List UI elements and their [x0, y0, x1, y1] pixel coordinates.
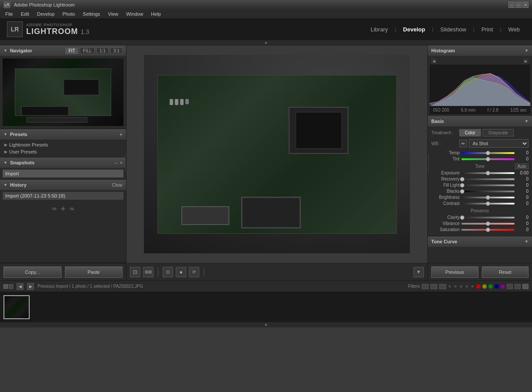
view-survey[interactable]: ● — [176, 267, 186, 277]
zoom-1-1[interactable]: 1:1 — [96, 48, 109, 54]
presets-header[interactable]: ▼ Presets + — [0, 129, 126, 140]
histogram-canvas — [430, 65, 530, 106]
minimize-button[interactable]: ─ — [508, 2, 515, 8]
user-presets-item[interactable]: ▶ User Presets — [3, 148, 123, 155]
filter-flag-icon[interactable] — [422, 284, 429, 289]
menu-window[interactable]: Window — [123, 10, 147, 17]
contrast-thumb[interactable] — [486, 201, 490, 206]
color-label-blue[interactable] — [494, 284, 499, 289]
view-loupe[interactable]: ⊡ — [163, 267, 173, 277]
color-label-red[interactable] — [476, 284, 481, 289]
menu-file[interactable]: File — [2, 10, 17, 17]
contrast-track[interactable] — [461, 203, 515, 205]
tint-track[interactable] — [461, 158, 515, 160]
view-rotate[interactable]: ⟳ — [189, 267, 199, 277]
presets-add[interactable]: + — [119, 131, 123, 138]
nav-prev-arrow[interactable]: ◀ — [17, 283, 24, 290]
wb-select[interactable]: As Shot Auto Daylight Cloudy Shade Tungs… — [469, 139, 529, 148]
snapshot-import[interactable]: Import — [3, 170, 123, 177]
temp-track[interactable] — [461, 152, 515, 154]
history-clear[interactable]: Clear — [112, 183, 123, 187]
clarity-track[interactable] — [461, 217, 515, 218]
saturation-track[interactable] — [461, 229, 515, 231]
color-button[interactable]: Color — [459, 129, 481, 136]
menu-photo[interactable]: Photo — [59, 10, 78, 17]
tint-thumb[interactable] — [486, 157, 490, 161]
nav-next-arrow[interactable]: ▶ — [27, 283, 34, 290]
close-button[interactable]: ✕ — [522, 2, 529, 8]
exposure-thumb[interactable] — [486, 171, 490, 175]
saturation-thumb[interactable] — [486, 228, 490, 232]
menu-view[interactable]: View — [105, 10, 122, 17]
zoom-fit[interactable]: FIT — [65, 48, 78, 54]
exposure-track[interactable] — [461, 172, 515, 174]
temp-thumb[interactable] — [486, 151, 490, 155]
blacks-track[interactable] — [461, 191, 515, 192]
filmstrip-thumb-1[interactable] — [3, 295, 30, 319]
view-compare[interactable]: ⊞⊞ — [143, 267, 153, 277]
nav-slideshow[interactable]: Slideshow — [435, 24, 471, 34]
fill-light-thumb[interactable] — [460, 183, 464, 187]
paste-button[interactable]: Paste — [65, 266, 123, 278]
bottom-collapse-arrow[interactable]: ▼ — [0, 322, 532, 327]
fill-light-track[interactable] — [461, 184, 515, 186]
history-header[interactable]: ▼ History Clear — [0, 180, 126, 190]
clarity-thumb[interactable] — [460, 215, 464, 220]
rating-star-3[interactable]: ★ — [459, 284, 463, 289]
vibrance-thumb[interactable] — [486, 222, 490, 226]
navigator-header[interactable]: ▼ Navigator FIT FILL 1:1 3:1 — [0, 45, 126, 56]
nav-print[interactable]: Print — [476, 24, 498, 34]
brightness-thumb[interactable] — [486, 195, 490, 200]
menu-help[interactable]: Help — [147, 10, 164, 17]
color-label-yellow[interactable] — [482, 284, 487, 289]
recovery-track[interactable] — [461, 178, 515, 180]
grid-size-small[interactable] — [507, 284, 513, 289]
filter-badge-icon[interactable] — [430, 284, 437, 289]
wb-eyedropper[interactable]: ✏ — [459, 140, 467, 147]
menu-settings[interactable]: Settings — [79, 10, 104, 17]
recovery-thumb[interactable] — [460, 177, 464, 181]
zoom-fill[interactable]: FILL — [80, 48, 95, 54]
rating-star-4[interactable]: ★ — [465, 284, 469, 289]
menu-develop[interactable]: Develop — [34, 10, 58, 17]
rating-star-1[interactable]: ★ — [448, 284, 452, 289]
maximize-button[interactable]: □ — [515, 2, 522, 8]
grayscale-button[interactable]: Grayscale — [483, 129, 514, 136]
panel-toggle-icon[interactable] — [522, 284, 529, 289]
right-panel-collapse[interactable]: ▶ — [427, 154, 429, 172]
brightness-track[interactable] — [461, 197, 515, 198]
tone-curve-header[interactable]: Tone Curve ▼ — [428, 236, 532, 247]
histogram-top-right-arrow[interactable]: ▶ — [523, 58, 529, 64]
snapshots-header[interactable]: ▼ Snapshots – + — [0, 157, 126, 168]
histogram-top-left-arrow[interactable]: ◀ — [431, 58, 437, 64]
snapshots-plus[interactable]: + — [120, 160, 123, 165]
nav-develop[interactable]: Develop — [398, 24, 430, 34]
previous-button[interactable]: Previous — [431, 266, 478, 278]
nav-web[interactable]: Web — [503, 24, 525, 34]
rating-star-5[interactable]: ★ — [471, 284, 474, 289]
copy-button[interactable]: Copy... — [3, 266, 61, 278]
rating-star-2[interactable]: ★ — [454, 284, 457, 289]
view-single[interactable]: ⊡ — [130, 267, 140, 277]
blacks-thumb[interactable] — [460, 189, 464, 194]
grid-view-icon[interactable] — [3, 284, 13, 289]
color-label-green[interactable] — [488, 284, 493, 289]
basic-header[interactable]: Basic ▼ — [428, 116, 532, 126]
reset-button[interactable]: Reset — [482, 266, 529, 278]
grid-size-large[interactable] — [515, 284, 521, 289]
toolbar-dropdown[interactable]: ▼ — [413, 267, 424, 277]
histogram-header[interactable]: Histogram ▼ — [428, 45, 532, 56]
zoom-3-1[interactable]: 3:1 — [110, 48, 123, 54]
auto-button[interactable]: Auto — [515, 164, 529, 169]
color-label-purple[interactable] — [501, 284, 505, 289]
temp-value: 0 — [516, 150, 529, 155]
top-collapse-arrow[interactable]: ▲ — [0, 40, 532, 45]
filter-star-icon[interactable] — [439, 284, 446, 289]
nav-library[interactable]: Library — [365, 24, 393, 34]
fill-light-slider-row: Fill Light 0 — [431, 183, 529, 187]
lightroom-presets-item[interactable]: ▶ Lightroom Presets — [3, 141, 123, 148]
menu-edit[interactable]: Edit — [17, 10, 33, 17]
history-item-import[interactable]: Import (2007-11-23 5:50:18) — [3, 192, 123, 200]
vibrance-track[interactable] — [461, 223, 515, 225]
snapshots-minus[interactable]: – — [114, 160, 117, 165]
